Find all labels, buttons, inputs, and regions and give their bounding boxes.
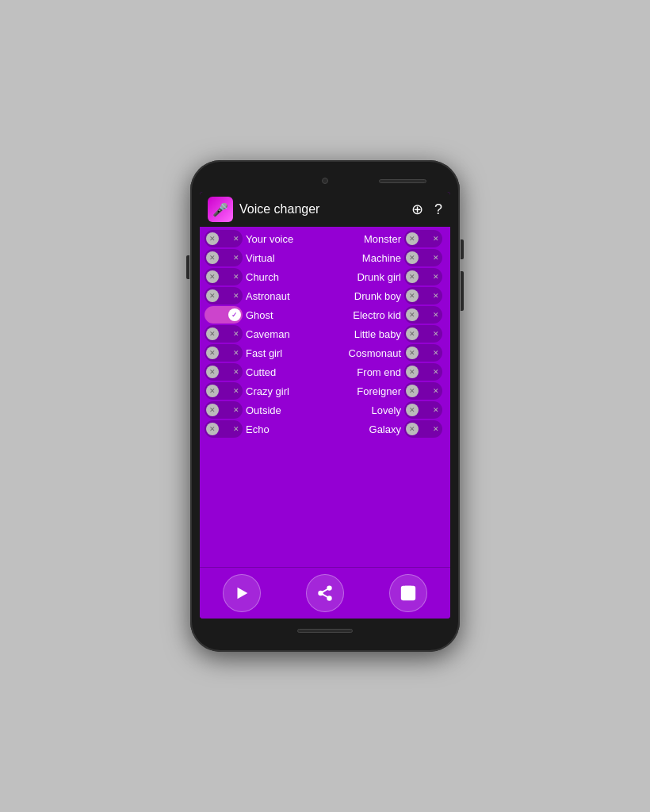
toggle-little-baby[interactable]: ✕ ✕ bbox=[404, 325, 442, 343]
toggle-circle: ✕ bbox=[206, 270, 219, 283]
toggle-circle: ✕ bbox=[206, 289, 219, 302]
bottom-bar bbox=[200, 567, 450, 619]
voice-item-right: Electro kid ✕ ✕ bbox=[325, 306, 445, 324]
toggle-circle: ✕ bbox=[206, 347, 219, 359]
voice-item-left: ✕ ✕ Echo bbox=[205, 420, 325, 438]
toggle-circle: ✕ bbox=[206, 423, 219, 435]
voice-label: Outside bbox=[246, 404, 281, 416]
phone-top-bezel bbox=[200, 170, 450, 192]
svg-point-1 bbox=[327, 586, 331, 590]
voice-label: Ghost bbox=[246, 309, 273, 321]
phone-screen: 🎤 Voice changer ⊕ ? ✕ ✕ Your voice Monst… bbox=[200, 192, 450, 619]
voice-item-left: ✕ ✕ Astronaut bbox=[205, 287, 325, 304]
voice-row: ✕ ✕ Crazy girl Foreigner ✕ ✕ bbox=[205, 382, 445, 400]
toggle-circle: ✕ bbox=[406, 366, 419, 378]
voice-item-left: ✕ ✕ Virtual bbox=[205, 249, 325, 266]
voice-label: Crazy girl bbox=[246, 385, 289, 397]
volume-button[interactable] bbox=[186, 255, 189, 279]
voice-label: Echo bbox=[246, 423, 270, 435]
voice-row: ✕ ✕ Outside Lovely ✕ ✕ bbox=[205, 401, 445, 419]
voice-label: Virtual bbox=[246, 252, 275, 264]
toggle-electro-kid[interactable]: ✕ ✕ bbox=[404, 306, 442, 324]
toggle-fast-girl[interactable]: ✕ ✕ bbox=[205, 344, 243, 362]
voice-row: ✕ ✕ Echo Galaxy ✕ ✕ bbox=[205, 420, 445, 438]
toggle-circle: ✕ bbox=[406, 423, 419, 435]
toggle-crazy-girl[interactable]: ✕ ✕ bbox=[205, 382, 243, 400]
voice-item-right: From end ✕ ✕ bbox=[325, 363, 445, 381]
voice-label: Your voice bbox=[246, 233, 293, 245]
share-button[interactable] bbox=[306, 574, 344, 612]
voice-label: Drunk boy bbox=[354, 290, 401, 302]
toggle-caveman[interactable]: ✕ ✕ bbox=[205, 325, 243, 343]
voice-item-left: ✕ ✕ Your voice bbox=[205, 230, 325, 247]
voice-label: Caveman bbox=[246, 328, 290, 340]
help-button[interactable]: ? bbox=[434, 201, 442, 218]
toggle-outside[interactable]: ✕ ✕ bbox=[205, 401, 243, 419]
voice-item-left: ✓ Ghost bbox=[205, 306, 325, 324]
speaker-top bbox=[379, 179, 426, 183]
toggle-drunk-girl[interactable]: ✕ ✕ bbox=[404, 268, 442, 285]
app-icon: 🎤 bbox=[208, 197, 233, 222]
volume-right-button[interactable] bbox=[461, 271, 464, 311]
toggle-circle: ✕ bbox=[406, 270, 419, 283]
voice-label: Lovely bbox=[371, 404, 401, 416]
voice-item-right: Monster ✕ ✕ bbox=[325, 230, 445, 247]
voice-item-right: Drunk boy ✕ ✕ bbox=[325, 287, 445, 304]
voice-item-left: ✕ ✕ Cutted bbox=[205, 363, 325, 381]
voice-row: ✕ ✕ Cutted From end ✕ ✕ bbox=[205, 363, 445, 381]
toggle-circle: ✕ bbox=[406, 308, 419, 321]
toggle-cutted[interactable]: ✕ ✕ bbox=[205, 363, 243, 381]
toggle-circle: ✕ bbox=[406, 404, 419, 416]
voice-list: ✕ ✕ Your voice Monster ✕ ✕ ✕ bbox=[200, 227, 450, 567]
voice-label: Monster bbox=[364, 233, 401, 245]
voice-item-right: Cosmonaut ✕ ✕ bbox=[325, 344, 445, 362]
toggle-foreigner[interactable]: ✕ ✕ bbox=[404, 382, 442, 400]
phone-device: 🎤 Voice changer ⊕ ? ✕ ✕ Your voice Monst… bbox=[190, 160, 460, 652]
add-button[interactable]: ⊕ bbox=[411, 201, 423, 218]
voice-item-right: Galaxy ✕ ✕ bbox=[325, 420, 445, 438]
toggle-galaxy[interactable]: ✕ ✕ bbox=[404, 420, 442, 438]
voice-label: Drunk girl bbox=[357, 271, 401, 283]
voice-item-right: Drunk girl ✕ ✕ bbox=[325, 268, 445, 285]
voice-label: Electro kid bbox=[353, 309, 401, 321]
toggle-virtual[interactable]: ✕ ✕ bbox=[205, 249, 243, 266]
voice-label: From end bbox=[357, 366, 401, 378]
toggle-ghost[interactable]: ✓ bbox=[205, 306, 243, 324]
toggle-circle: ✕ bbox=[206, 232, 219, 245]
speaker-bottom bbox=[297, 629, 353, 633]
svg-line-5 bbox=[323, 594, 327, 597]
voice-item-right: Foreigner ✕ ✕ bbox=[325, 382, 445, 400]
svg-rect-7 bbox=[405, 587, 412, 592]
voice-row: ✕ ✕ Caveman Little baby ✕ ✕ bbox=[205, 325, 445, 343]
toggle-cosmonaut[interactable]: ✕ ✕ bbox=[404, 344, 442, 362]
toggle-machine[interactable]: ✕ ✕ bbox=[404, 249, 442, 266]
app-title: Voice changer bbox=[239, 202, 400, 216]
voice-item-left: ✕ ✕ Fast girl bbox=[205, 344, 325, 362]
voice-row: ✕ ✕ Fast girl Cosmonaut ✕ ✕ bbox=[205, 344, 445, 362]
play-button[interactable] bbox=[223, 574, 261, 612]
voice-row: ✕ ✕ Virtual Machine ✕ ✕ bbox=[205, 249, 445, 266]
voice-label-little-baby: Little baby bbox=[354, 328, 401, 340]
toggle-from-end[interactable]: ✕ ✕ bbox=[404, 363, 442, 381]
save-button[interactable] bbox=[389, 574, 427, 612]
toggle-circle: ✕ bbox=[206, 327, 219, 340]
voice-label: Foreigner bbox=[357, 385, 401, 397]
toggle-your-voice[interactable]: ✕ ✕ bbox=[205, 230, 243, 247]
toggle-church[interactable]: ✕ ✕ bbox=[205, 268, 243, 285]
power-button[interactable] bbox=[461, 239, 464, 259]
voice-item-left: ✕ ✕ Church bbox=[205, 268, 325, 285]
svg-marker-0 bbox=[237, 588, 247, 599]
toggle-echo[interactable]: ✕ ✕ bbox=[205, 420, 243, 438]
toggle-circle: ✕ bbox=[406, 289, 419, 302]
voice-row: ✓ Ghost Electro kid ✕ ✕ bbox=[205, 306, 445, 324]
toggle-drunk-boy[interactable]: ✕ ✕ bbox=[404, 287, 442, 304]
svg-point-2 bbox=[319, 592, 323, 596]
toggle-monster[interactable]: ✕ ✕ bbox=[404, 230, 442, 247]
voice-label: Cutted bbox=[246, 366, 276, 378]
voice-row: ✕ ✕ Church Drunk girl ✕ ✕ bbox=[205, 268, 445, 285]
toggle-circle: ✕ bbox=[406, 347, 419, 359]
toggle-lovely[interactable]: ✕ ✕ bbox=[404, 401, 442, 419]
toggle-circle: ✕ bbox=[406, 327, 419, 340]
toggle-astronaut[interactable]: ✕ ✕ bbox=[205, 287, 243, 304]
toggle-circle: ✕ bbox=[406, 232, 419, 245]
